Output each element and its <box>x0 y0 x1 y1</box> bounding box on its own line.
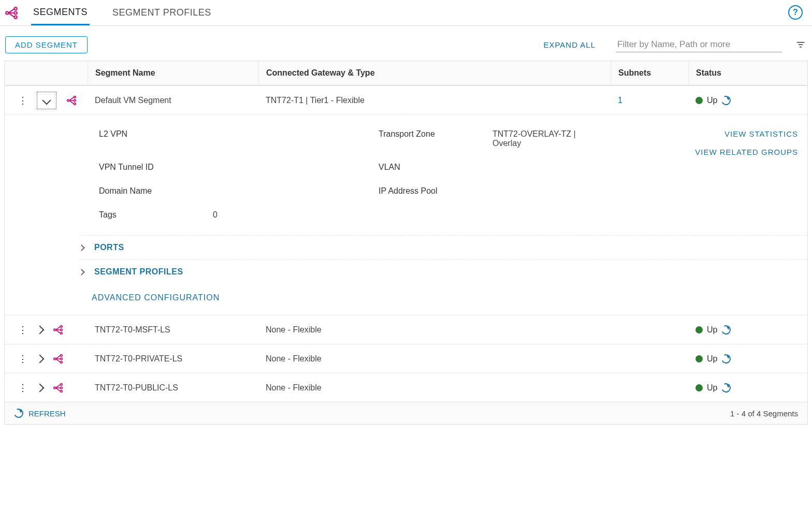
row-actions-menu[interactable]: ⋮ <box>18 354 27 364</box>
tab-segment-profiles[interactable]: SEGMENT PROFILES <box>110 0 213 25</box>
svg-line-14 <box>69 97 74 100</box>
svg-line-35 <box>55 384 60 387</box>
status-text: Up <box>707 354 717 364</box>
svg-point-31 <box>54 387 56 389</box>
svg-point-25 <box>61 354 63 356</box>
chevron-down-icon <box>42 96 51 105</box>
ip-address-pool-label: IP Address Pool <box>379 186 492 196</box>
svg-point-12 <box>74 99 76 101</box>
svg-line-16 <box>69 100 74 104</box>
svg-point-13 <box>74 103 76 105</box>
expand-toggle[interactable] <box>36 325 45 334</box>
svg-line-28 <box>55 355 60 358</box>
view-statistics-button[interactable]: VIEW STATISTICS <box>724 129 798 138</box>
expand-toggle[interactable] <box>36 383 45 392</box>
tags-label: Tags <box>99 210 213 220</box>
view-related-groups-button[interactable]: VIEW RELATED GROUPS <box>695 148 798 156</box>
status-refresh-icon[interactable] <box>720 324 732 336</box>
status-text: Up <box>707 96 717 105</box>
domain-name-label: Domain Name <box>99 186 213 196</box>
table-row: ⋮ TNT72-T0-MSFT-LS None - Flexible Up <box>5 315 807 344</box>
segment-gateway: None - Flexible <box>258 354 611 364</box>
svg-line-6 <box>8 13 15 17</box>
svg-line-21 <box>55 326 60 329</box>
segment-icon <box>66 95 77 106</box>
row-actions-menu[interactable]: ⋮ <box>18 96 27 105</box>
status-up-icon <box>695 97 703 104</box>
segment-icon <box>52 382 64 394</box>
svg-point-34 <box>61 390 63 392</box>
svg-line-37 <box>55 388 60 391</box>
svg-point-24 <box>54 358 56 360</box>
svg-point-18 <box>61 325 63 327</box>
segments-logo-icon <box>4 6 19 20</box>
segment-gateway: TNT72-T1 | Tier1 - Flexible <box>258 96 611 105</box>
transport-zone-value: TNT72-OVERLAY-TZ | Overlay <box>492 129 606 148</box>
status-refresh-icon[interactable] <box>720 353 732 365</box>
filter-icon[interactable] <box>794 40 807 50</box>
segment-gateway: None - Flexible <box>258 325 611 335</box>
svg-point-1 <box>15 7 17 10</box>
status-refresh-icon[interactable] <box>720 94 732 106</box>
vlan-label: VLAN <box>379 163 492 172</box>
expand-toggle[interactable] <box>37 92 56 109</box>
svg-point-11 <box>74 96 76 98</box>
svg-point-10 <box>67 99 69 101</box>
refresh-label: REFRESH <box>28 409 66 418</box>
svg-point-3 <box>15 16 17 18</box>
row-actions-menu[interactable]: ⋮ <box>18 325 27 335</box>
col-status[interactable]: Status <box>688 61 807 85</box>
col-subnets[interactable]: Subnets <box>611 61 688 85</box>
status-refresh-icon[interactable] <box>720 382 732 394</box>
expand-toggle[interactable] <box>36 354 45 363</box>
advanced-configuration-button[interactable]: ADVANCED CONFIGURATION <box>92 284 807 315</box>
segment-icon <box>52 324 64 336</box>
svg-point-0 <box>6 11 8 14</box>
status-text: Up <box>707 383 717 393</box>
col-segment-name[interactable]: Segment Name <box>88 61 258 85</box>
table-row: ⋮ TNT72-T0-PRIVATE-LS None - Flexible Up <box>5 344 807 373</box>
tab-segments[interactable]: SEGMENTS <box>31 0 90 25</box>
row-actions-menu[interactable]: ⋮ <box>18 383 27 393</box>
refresh-button[interactable]: REFRESH <box>14 409 66 418</box>
segment-gateway: None - Flexible <box>258 383 611 393</box>
segments-grid: Segment Name Connected Gateway & Type Su… <box>4 61 808 425</box>
help-icon[interactable]: ? <box>788 5 803 20</box>
svg-point-33 <box>61 387 63 389</box>
tags-value: 0 <box>213 210 379 220</box>
svg-line-30 <box>55 359 60 362</box>
ports-section[interactable]: PORTS <box>94 243 124 252</box>
add-segment-button[interactable]: ADD SEGMENT <box>5 36 88 53</box>
svg-point-2 <box>15 11 17 14</box>
subnets-link[interactable]: 1 <box>618 96 622 105</box>
segment-name: TNT72-T0-MSFT-LS <box>88 325 258 335</box>
segment-name: TNT72-T0-PUBLIC-LS <box>88 383 258 393</box>
segment-name: TNT72-T0-PRIVATE-LS <box>88 354 258 364</box>
vpn-tunnel-id-label: VPN Tunnel ID <box>99 163 213 172</box>
status-up-icon <box>695 326 703 333</box>
status-up-icon <box>695 384 703 391</box>
segment-profiles-section[interactable]: SEGMENT PROFILES <box>94 267 183 277</box>
refresh-icon <box>12 407 24 419</box>
svg-point-20 <box>61 332 63 334</box>
toolbar: ADD SEGMENT EXPAND ALL <box>0 26 812 61</box>
segment-icon <box>52 353 64 365</box>
filter-input[interactable] <box>616 37 782 52</box>
l2-vpn-label: L2 VPN <box>99 129 213 148</box>
chevron-right-icon[interactable] <box>78 269 85 275</box>
top-tabs: SEGMENTS SEGMENT PROFILES ? <box>0 0 812 26</box>
status-text: Up <box>707 325 717 335</box>
col-connected-gateway[interactable]: Connected Gateway & Type <box>258 61 611 85</box>
grid-footer: REFRESH 1 - 4 of 4 Segments <box>5 402 807 424</box>
svg-point-17 <box>54 329 56 331</box>
segment-name: Default VM Segment <box>88 96 258 105</box>
expand-all-button[interactable]: EXPAND ALL <box>543 40 596 49</box>
svg-point-19 <box>61 329 63 331</box>
transport-zone-label: Transport Zone <box>379 129 492 148</box>
grid-header: Segment Name Connected Gateway & Type Su… <box>5 61 807 85</box>
row-count: 1 - 4 of 4 Segments <box>730 409 798 418</box>
table-row: ⋮ Default VM Segment TNT72-T1 | Tier1 - … <box>5 85 807 114</box>
svg-point-26 <box>61 358 63 360</box>
table-row: ⋮ TNT72-T0-PUBLIC-LS None - Flexible Up <box>5 373 807 402</box>
chevron-right-icon[interactable] <box>78 244 85 251</box>
